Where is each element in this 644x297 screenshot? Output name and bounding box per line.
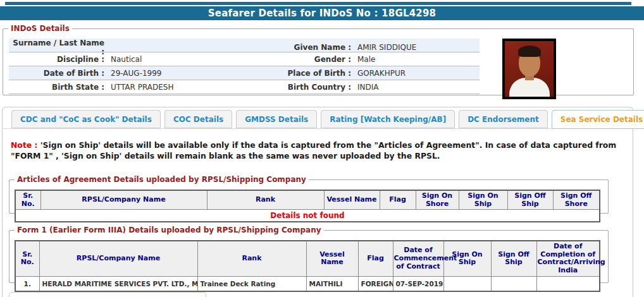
column-header-date-of-commencement: Date of Commencement of Contract (393, 241, 443, 276)
tab-sea-service-details[interactable]: Sea Service Details (552, 110, 644, 129)
discipline-value: Nautical (107, 55, 247, 64)
cell-vessel-name: MAITHILI (306, 276, 358, 291)
birth-country-value: INDIA (354, 83, 480, 92)
top-divider-line (5, 2, 631, 5)
form1-details-legend: Form 1 (Earlier Form IIIA) Details uploa… (15, 226, 324, 234)
photo-hair-shape (518, 45, 541, 57)
indos-row-discipline: Discipline : Nautical Gender : Male (9, 52, 480, 66)
column-header-sign-on-shore: Sign On Shore (416, 190, 459, 210)
date-of-birth-value: 29-AUG-1999 (107, 69, 247, 78)
sign-on-ship-note: Note : 'Sign on Ship' details will be av… (11, 140, 635, 161)
form1-header-row: Sr. No. RPSL/Company Name Rank Vessel Na… (15, 241, 600, 276)
gender-value: Male (354, 55, 480, 64)
cell-rpsl-company: HERALD MARITIME SERVICES PVT. LTD., MUMB… (39, 276, 197, 291)
cell-sign-on-ship (443, 276, 491, 291)
tab-cdc-and-coc-as-cook-details[interactable]: CDC and "CoC as Cook" Details (11, 110, 161, 128)
column-header-flag: Flag (358, 241, 393, 276)
place-of-birth-label: Place of Birth : (247, 69, 354, 78)
next-section-partial-box (9, 292, 206, 297)
column-header-sr-no: Sr. No. (15, 241, 39, 276)
column-header-vessel-name: Vessel Name (306, 241, 358, 276)
column-header-rank: Rank (197, 241, 306, 276)
birth-state-value: UTTAR PRADESH (107, 83, 247, 92)
cell-date-of-commencement: 07-SEP-2019 (393, 276, 443, 291)
articles-of-agreement-legend: Articles of Agreement Details uploaded b… (15, 175, 309, 184)
articles-of-agreement-section: Articles of Agreement Details uploaded b… (9, 175, 609, 214)
cell-flag: FOREIGN (358, 276, 393, 291)
note-label: Note : (11, 140, 37, 150)
indos-row-state: Birth State : UTTAR PRADESH Birth Countr… (9, 80, 480, 94)
column-header-sign-off-shore: Sign Off Shore (553, 190, 600, 210)
column-header-date-of-completion: Date of Completion of Contract/Arriving … (536, 241, 600, 276)
date-of-birth-label: Date of Birth : (9, 69, 107, 78)
column-header-rank: Rank (207, 190, 324, 210)
surname-label: Surname / Last Name : (9, 39, 107, 56)
column-header-flag: Flag (380, 190, 416, 210)
tab-gmdss-details[interactable]: GMDSS Details (236, 110, 317, 128)
details-not-found-message: Details not found (15, 210, 600, 222)
seafarer-photo (502, 39, 556, 99)
indos-details-section: INDoS Details Surname / Last Name : Give… (3, 24, 634, 95)
indos-details-legend: INDoS Details (8, 24, 72, 33)
gender-label: Gender : (247, 55, 354, 64)
form1-details-table: Sr. No. RPSL/Company Name Rank Vessel Na… (15, 240, 600, 292)
place-of-birth-value: GORAKHPUR (354, 69, 480, 78)
articles-empty-row: Details not found (15, 210, 600, 222)
form1-details-section: Form 1 (Earlier Form IIIA) Details uploa… (9, 226, 609, 283)
column-header-sr-no: Sr. No. (15, 190, 40, 210)
column-header-sign-off-ship: Sign Off Ship (491, 241, 536, 276)
tab-dc-endorsement[interactable]: DC Endorsement (459, 110, 548, 128)
cell-date-of-completion (536, 276, 600, 291)
discipline-label: Discipline : (9, 55, 107, 64)
column-header-sign-off-ship: Sign Off Ship (507, 190, 553, 210)
birth-country-label: Birth Country : (247, 83, 354, 92)
photo-shirt-shape (509, 78, 550, 99)
articles-of-agreement-table: Sr. No. RPSL/Company Name Rank Vessel Na… (15, 190, 600, 222)
form1-data-row: 1. HERALD MARITIME SERVICES PVT. LTD., M… (15, 276, 600, 291)
indos-row-birth: Date of Birth : 29-AUG-1999 Place of Bir… (9, 66, 480, 80)
tab-strip: CDC and "CoC as Cook" Details COC Detail… (3, 107, 633, 129)
given-name-value: AMIR SIDDIQUE (354, 43, 480, 52)
indos-details-grid: Surname / Last Name : Given Name : AMIR … (9, 39, 480, 94)
column-header-vessel-name: Vessel Name (324, 190, 380, 210)
cell-rank: Trainee Deck Rating (197, 276, 306, 291)
tab-coc-details[interactable]: COC Details (164, 110, 232, 128)
column-header-sign-on-ship: Sign On Ship (459, 190, 507, 210)
cell-sign-off-ship (491, 276, 536, 291)
given-name-label: Given Name : (247, 43, 354, 52)
articles-header-row: Sr. No. RPSL/Company Name Rank Vessel Na… (15, 190, 600, 210)
column-header-rpsl-company: RPSL/Company Name (39, 241, 197, 276)
note-text: 'Sign on Ship' details will be available… (11, 140, 616, 161)
indos-row-name: Surname / Last Name : Given Name : AMIR … (9, 39, 480, 52)
tab-rating-watch-keeping-ab[interactable]: Rating [Watch Keeping/AB] (321, 110, 455, 128)
page-title: Seafarer Details for INDoS No : 18GL4298 (0, 6, 644, 20)
column-header-rpsl-company: RPSL/Company Name (40, 190, 207, 210)
cell-sr-no: 1. (15, 276, 39, 291)
birth-state-label: Birth State : (9, 83, 107, 92)
